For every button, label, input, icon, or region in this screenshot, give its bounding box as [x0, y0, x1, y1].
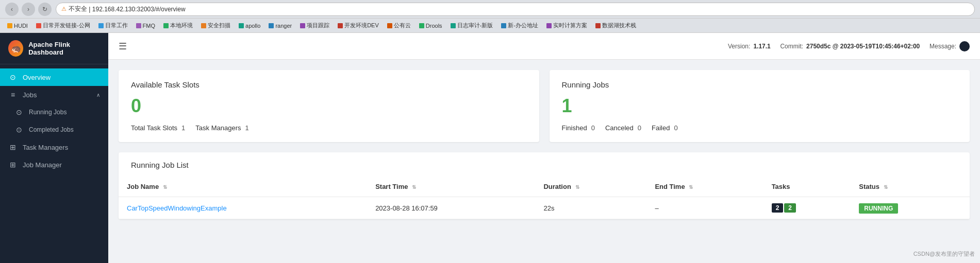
bookmarks-bar: HUDI 日常开发链接-公网 日常工作 FMQ 本地环境 安全扫描 apollo…: [0, 19, 980, 33]
total-task-slots-value: 1: [181, 124, 185, 132]
table-body: CarTopSpeedWindowingExample 2023-08-28 1…: [119, 197, 970, 219]
bookmark-icon: [36, 23, 41, 28]
sidebar-item-label: Task Managers: [23, 144, 68, 151]
task-slots-card: Available Task Slots 0 Total Task Slots …: [119, 70, 539, 142]
header-right: Version: 1.17.1 Commit: 2750d5c @ 2023-0…: [728, 41, 970, 51]
bookmark-cloud[interactable]: 公有云: [384, 21, 414, 30]
failed-label: Failed: [652, 124, 670, 132]
address-text: 192.168.42.130:32003/#/overview: [92, 6, 186, 13]
forward-button[interactable]: ›: [22, 3, 35, 16]
bookmark-hudi[interactable]: HUDI: [4, 22, 31, 30]
bookmark-office[interactable]: 新-办公地址: [498, 21, 541, 30]
sidebar-item-label: Job Manager: [23, 161, 62, 169]
bookmark-daily-work[interactable]: 日常工作: [95, 21, 131, 30]
task-slots-card-value: 0: [131, 95, 527, 117]
running-jobs-card: Running Jobs 1 Finished 0 Canceled 0 Fai…: [550, 70, 970, 142]
job-name-link[interactable]: CarTopSpeedWindowingExample: [127, 204, 227, 212]
sidebar-item-jobs[interactable]: ≡ Jobs ∧: [0, 86, 108, 103]
app-header: ☰ Version: 1.17.1 Commit: 2750d5c @ 2023…: [108, 33, 980, 60]
bookmark-security[interactable]: 安全扫描: [198, 21, 234, 30]
address-bar[interactable]: ⚠ 不安全 | 192.168.42.130:32003/#/overview: [56, 3, 975, 16]
start-time-value: 2023-08-28 16:07:59: [375, 204, 438, 212]
finished-label: Finished: [562, 124, 587, 132]
col-duration[interactable]: Duration ⇅: [535, 177, 646, 197]
col-job-name[interactable]: Job Name ⇅: [119, 177, 367, 197]
security-warning-icon: ⚠: [61, 6, 67, 12]
bookmark-fmq[interactable]: FMQ: [133, 22, 158, 30]
sidebar-item-job-manager[interactable]: ⊞ Job Manager: [0, 156, 108, 173]
sidebar-item-label: Running Jobs: [29, 109, 67, 116]
col-end-time-label: End Time: [655, 183, 685, 190]
bookmark-label: 安全扫描: [208, 22, 230, 29]
sidebar-item-overview[interactable]: ⊙ Overview: [0, 68, 108, 86]
failed-stat: Failed 0: [652, 124, 678, 132]
bookmark-label: 开发环境DEV: [344, 22, 379, 29]
browser-chrome: ‹ › ↻ ⚠ 不安全 | 192.168.42.130:32003/#/ove…: [0, 0, 980, 19]
bookmark-drools[interactable]: Drools: [416, 22, 445, 30]
bookmark-label: ranger: [275, 23, 292, 29]
bookmark-ranger[interactable]: ranger: [265, 22, 295, 30]
bookmark-datalake[interactable]: 数据湖技术栈: [592, 21, 639, 30]
sidebar: 🦔 Apache Flink Dashboard ⊙ Overview ≡ Jo…: [0, 33, 108, 263]
jobs-icon: ≡: [8, 91, 18, 99]
logo-emoji: 🦔: [11, 44, 21, 54]
duration-value: 22s: [543, 204, 554, 212]
bookmark-icon: [163, 23, 169, 28]
end-time-cell: –: [646, 197, 763, 219]
bookmark-dev-env[interactable]: 开发环境DEV: [335, 21, 382, 30]
back-button[interactable]: ‹: [5, 3, 19, 16]
col-tasks-label: Tasks: [772, 183, 790, 190]
bookmark-project-tracking[interactable]: 项目跟踪: [297, 21, 333, 30]
task-managers-stat: Task Managers 1: [195, 124, 248, 132]
bookmark-icon: [7, 23, 12, 28]
main-content: ☰ Version: 1.17.1 Commit: 2750d5c @ 2023…: [108, 33, 980, 263]
sidebar-nav: ⊙ Overview ≡ Jobs ∧ ⊙ Running Jobs ⊙ Com…: [0, 64, 108, 263]
commit-label: Commit:: [780, 43, 803, 50]
col-start-time-label: Start Time: [375, 183, 408, 190]
sort-icon: ⇅: [575, 184, 579, 190]
sidebar-item-completed-jobs[interactable]: ⊙ Completed Jobs: [0, 121, 108, 138]
bookmark-label: 日常开发链接-公网: [43, 22, 90, 29]
bookmark-local[interactable]: 本地环境: [160, 21, 196, 30]
start-time-cell: 2023-08-28 16:07:59: [367, 197, 535, 219]
bookmark-log-audit[interactable]: 日志审计-新版: [447, 21, 496, 30]
col-start-time[interactable]: Start Time ⇅: [367, 177, 535, 197]
task-managers-value: 1: [245, 124, 248, 132]
sort-icon: ⇅: [689, 184, 693, 190]
hamburger-menu-button[interactable]: ☰: [119, 41, 127, 52]
sidebar-item-running-jobs[interactable]: ⊙ Running Jobs: [0, 103, 108, 121]
col-status[interactable]: Status ⇅: [851, 177, 970, 197]
running-jobs-card-title: Running Jobs: [562, 80, 958, 89]
bookmark-icon: [98, 23, 104, 28]
bookmark-icon: [269, 23, 274, 28]
sidebar-item-label: Overview: [23, 74, 51, 81]
bookmark-icon: [201, 23, 206, 28]
finished-value: 0: [591, 124, 595, 132]
sidebar-item-task-managers[interactable]: ⊞ Task Managers: [0, 138, 108, 156]
bookmark-label: apollo: [245, 23, 260, 29]
bookmark-daily-dev[interactable]: 日常开发链接-公网: [33, 21, 93, 30]
tasks-badge: 2 2: [772, 203, 796, 213]
bookmark-apollo[interactable]: apollo: [236, 22, 263, 30]
message-icon: [959, 41, 970, 51]
completed-jobs-icon: ⊙: [14, 126, 24, 134]
total-task-slots-label: Total Task Slots: [131, 124, 177, 132]
bookmark-icon: [451, 23, 456, 28]
app-title: Apache Flink Dashboard: [28, 41, 100, 56]
tasks-total-badge: 2: [784, 203, 796, 213]
refresh-button[interactable]: ↻: [38, 3, 52, 16]
duration-cell: 22s: [535, 197, 646, 219]
col-end-time[interactable]: End Time ⇅: [646, 177, 763, 197]
bookmark-label: 本地环境: [170, 22, 193, 29]
bookmark-label: FMQ: [143, 23, 155, 29]
total-task-slots-stat: Total Task Slots 1: [131, 124, 185, 132]
bookmark-label: HUDI: [14, 23, 28, 29]
bookmark-icon: [546, 23, 552, 28]
bookmark-label: 数据湖技术栈: [602, 22, 636, 29]
bookmark-realtime[interactable]: 实时计算方案: [543, 21, 590, 30]
watermark: CSDN@发布里的守望者: [913, 250, 975, 258]
bookmark-label: Drools: [426, 23, 442, 29]
running-job-list-header: Running Job List: [119, 152, 970, 169]
message-label: Message:: [929, 43, 956, 50]
task-slots-card-title: Available Task Slots: [131, 80, 527, 89]
